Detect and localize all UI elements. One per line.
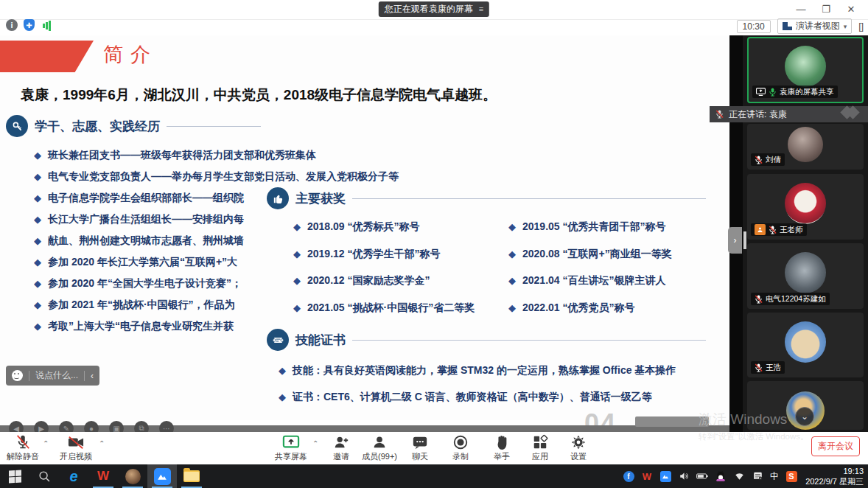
banner-menu-icon[interactable]: ≡ bbox=[479, 1, 483, 17]
taskbar-clock[interactable]: 19:13 2022/9/7 星期三 bbox=[805, 466, 864, 487]
network-quality-icon[interactable] bbox=[41, 19, 54, 32]
record-icon bbox=[452, 434, 469, 450]
watching-screen-banner[interactable]: 您正在观看袁康的屏幕 ≡ bbox=[379, 1, 489, 17]
chat-input-placeholder[interactable]: 说点什么... bbox=[35, 369, 78, 382]
notes-icon[interactable] bbox=[752, 470, 763, 482]
diamond-bullet-icon: ◆ bbox=[34, 278, 41, 289]
taskbar-edge-app[interactable]: e bbox=[59, 464, 88, 488]
award-item: ◆2020.08 “互联网+”商业组一等奖 bbox=[508, 248, 729, 261]
diamond-bullet-icon: ◆ bbox=[34, 214, 41, 225]
slide-page-number: 04 bbox=[584, 408, 617, 425]
mic-muted-icon bbox=[755, 295, 763, 304]
view-mode-dropdown[interactable]: 演讲者视图 ▾ bbox=[777, 18, 853, 34]
invite-button[interactable]: 邀请 bbox=[320, 434, 363, 462]
slide-title-banner bbox=[0, 41, 94, 72]
award-item: ◆2021.04 “百生讲坛”银牌主讲人 bbox=[508, 274, 729, 287]
diamond-bullet-icon: ◆ bbox=[34, 321, 41, 332]
slide-headline: 袁康，1999年6月，湖北汉川，中共党员，2018级电子信息学院电气卓越班。 bbox=[21, 86, 721, 105]
mic-muted-icon bbox=[755, 363, 763, 372]
system-tray: f W 中 S bbox=[623, 464, 797, 488]
share-screen-button[interactable]: 共享屏幕 bbox=[270, 434, 312, 462]
qq-penguin-icon[interactable] bbox=[715, 470, 727, 482]
sidebar-drag-handle[interactable] bbox=[743, 231, 746, 249]
network-icon[interactable] bbox=[733, 470, 745, 482]
chat-button[interactable]: 聊天 bbox=[399, 434, 441, 462]
shared-tray-block bbox=[635, 416, 709, 427]
avatar bbox=[785, 183, 826, 224]
sidebar-collapse-tab[interactable]: › bbox=[728, 227, 742, 254]
skill-item: ◆技能：具有良好英语阅读能力，掌握 STM32 的一定运用，熟练掌握 Offic… bbox=[279, 357, 676, 383]
divider bbox=[352, 340, 706, 341]
unmute-button[interactable]: 解除静音 bbox=[1, 434, 44, 462]
award-item: ◆2022.01 “优秀党员”称号 bbox=[508, 301, 729, 315]
minimize-button[interactable]: — bbox=[788, 0, 813, 20]
taskbar-browser-app[interactable] bbox=[118, 464, 147, 488]
ime-indicator[interactable]: 中 bbox=[770, 470, 779, 483]
close-button[interactable]: ✕ bbox=[839, 0, 864, 20]
maximize-button[interactable]: ❐ bbox=[813, 0, 839, 20]
participant-tile-sharing[interactable]: 袁康的屏幕共享 bbox=[747, 37, 864, 103]
diamond-bullet-icon: ◆ bbox=[34, 235, 41, 246]
thumbs-up-icon bbox=[267, 187, 289, 209]
awards-section-title: 主要获奖 bbox=[295, 190, 346, 207]
shared-screen-slide: 简介 袁康，1999年6月，湖北汉川，中共党员，2018级电子信息学院电气卓越班… bbox=[0, 35, 729, 425]
battery-icon[interactable] bbox=[696, 470, 708, 482]
watching-screen-label: 您正在观看袁康的屏幕 bbox=[385, 1, 473, 17]
record-button[interactable]: 录制 bbox=[439, 434, 482, 462]
diamond-bullet-icon: ◆ bbox=[34, 257, 41, 268]
taskbar-wps-app[interactable]: W bbox=[88, 464, 118, 488]
list-item: ◆班长兼任团支书——班级每年获得活力团支部和优秀班集体 bbox=[34, 144, 727, 166]
volume-icon[interactable] bbox=[678, 470, 690, 482]
shared-screen-taskbar-strip: ◀ ▶ ✎ ● ▣ ⧉ ⋯ bbox=[0, 425, 729, 432]
chat-icon bbox=[412, 434, 428, 450]
fullscreen-icon[interactable]: [ ] bbox=[858, 21, 862, 32]
avatar bbox=[785, 46, 826, 87]
taskbar-meeting-app[interactable] bbox=[147, 464, 177, 488]
video-options-chevron[interactable]: ⌃ bbox=[99, 439, 105, 447]
participant-tile[interactable]: 王浩 bbox=[747, 313, 864, 377]
windows-taskbar: e W f W 中 S 19:13 2022/9/7 星期三 bbox=[0, 464, 868, 488]
start-video-button[interactable]: 开启视频 bbox=[55, 434, 97, 462]
mic-muted-icon bbox=[15, 434, 31, 450]
emoji-icon[interactable] bbox=[12, 370, 23, 381]
tray-wps-icon[interactable]: W bbox=[641, 470, 653, 482]
start-button[interactable] bbox=[0, 464, 29, 488]
apps-button[interactable]: 应用 bbox=[519, 434, 561, 462]
experience-section-title: 学干、志愿、实践经历 bbox=[35, 118, 160, 135]
clock-date: 2022/9/7 星期三 bbox=[805, 476, 864, 487]
sogou-icon[interactable]: S bbox=[785, 470, 797, 482]
security-shield-icon[interactable]: ✚ bbox=[24, 19, 35, 31]
share-options-chevron[interactable]: ⌃ bbox=[312, 439, 318, 447]
leave-meeting-button[interactable]: 离开会议 bbox=[811, 436, 860, 456]
skills-panel: 技能证书 ◆技能：具有良好英语阅读能力，掌握 STM32 的一定运用，熟练掌握 … bbox=[259, 324, 729, 425]
chat-collapse-icon[interactable]: ‹ bbox=[91, 371, 94, 381]
participant-tile[interactable]: 电气12204苏建如 bbox=[747, 243, 864, 309]
mic-muted-icon bbox=[715, 110, 724, 119]
divider bbox=[29, 371, 29, 381]
chevron-down-icon: ▾ bbox=[844, 23, 847, 30]
share-screen-icon bbox=[282, 434, 300, 450]
participant-tile[interactable]: 刘倩 bbox=[747, 124, 864, 170]
diamond-bullet-icon: ◆ bbox=[34, 192, 41, 203]
members-button[interactable]: 成员(99+) bbox=[358, 434, 401, 462]
settings-button[interactable]: 设置 bbox=[557, 434, 600, 462]
award-item: ◆2019.12 “优秀学生干部”称号 bbox=[293, 248, 508, 261]
slide-title: 简介 bbox=[103, 41, 158, 68]
taskbar-file-explorer[interactable] bbox=[177, 464, 206, 488]
participant-name: 王老师 bbox=[780, 225, 803, 235]
edge-icon: e bbox=[69, 468, 77, 485]
tray-flash-icon[interactable]: f bbox=[623, 470, 634, 482]
tray-meeting-icon[interactable] bbox=[659, 470, 671, 482]
quick-chat-bar[interactable]: 说点什么... ‹ bbox=[6, 366, 99, 386]
divider bbox=[167, 126, 261, 127]
mic-muted-icon bbox=[755, 156, 763, 164]
participant-tile[interactable]: 王老师 bbox=[747, 174, 864, 240]
avatar bbox=[788, 127, 823, 162]
meeting-duration-badge: 10:30 bbox=[737, 20, 771, 33]
mute-options-chevron[interactable]: ⌃ bbox=[43, 439, 49, 447]
meeting-info-icon[interactable]: i bbox=[6, 19, 18, 31]
search-button[interactable] bbox=[29, 464, 59, 488]
scroll-down-participants-button[interactable]: ⌄ bbox=[795, 407, 814, 426]
raise-hand-button[interactable]: 举手 bbox=[480, 434, 523, 462]
list-item: ◆电气专业党支部负责人——举办每月学生支部党日活动、发展入党积极分子等 bbox=[34, 166, 727, 187]
